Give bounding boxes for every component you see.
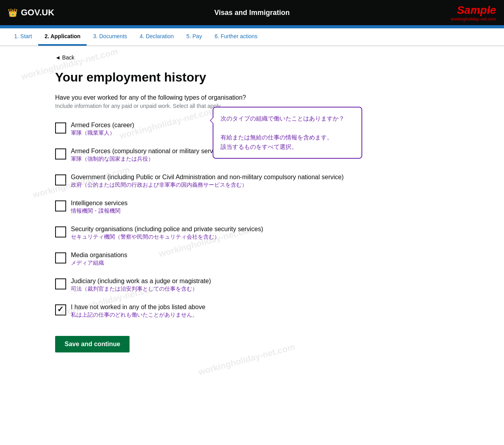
main-content: ◄ Back Your employment history Have you … bbox=[0, 46, 378, 376]
back-link[interactable]: ◄ Back bbox=[55, 54, 74, 61]
checkbox-item-none: I have not worked in any of the jobs lis… bbox=[55, 304, 362, 319]
header-sample: Sample workingholiday-net.com bbox=[450, 4, 496, 21]
sample-label: Sample bbox=[450, 4, 496, 17]
tooltip-bubble: 次のタイプの組織で働いたことはありますか？ 有給または無給の仕事の情報を含めます… bbox=[213, 107, 362, 159]
question-label: Have you ever worked for any of the foll… bbox=[55, 94, 362, 101]
checkbox-armed-forces-compulsory-en: Armed Forces (compulsory national or mil… bbox=[71, 148, 223, 155]
checkbox-item-security: Security organisations (including police… bbox=[55, 226, 362, 241]
checkbox-armed-forces-career[interactable] bbox=[55, 122, 66, 134]
tab-start[interactable]: 1. Start bbox=[8, 28, 38, 46]
blue-bar bbox=[0, 25, 504, 28]
checkbox-government[interactable] bbox=[55, 174, 66, 185]
checkbox-armed-forces-compulsory-ja: 軍隊（強制的な国家または兵役） bbox=[71, 156, 223, 163]
tab-pay[interactable]: 5. Pay bbox=[180, 28, 208, 46]
checkbox-item-judiciary: Judiciary (including work as a judge or … bbox=[55, 278, 362, 293]
page-title: Your employment history bbox=[55, 70, 362, 85]
checkbox-item-intelligence: Intelligence services 情報機関・諜報機関 bbox=[55, 200, 362, 215]
header-watermark-url: workingholiday-net.com bbox=[450, 17, 496, 21]
checkbox-media-en: Media organisations bbox=[71, 252, 127, 259]
save-continue-button[interactable]: Save and continue bbox=[55, 336, 130, 352]
back-arrow-icon: ◄ bbox=[55, 54, 61, 61]
checkbox-judiciary-en: Judiciary (including work as a judge or … bbox=[71, 278, 211, 285]
tooltip-line3: 該当するものをすべて選択。 bbox=[220, 142, 354, 152]
checkbox-judiciary[interactable] bbox=[55, 278, 66, 289]
checkbox-armed-forces-compulsory[interactable] bbox=[55, 148, 66, 159]
checkbox-government-en: Government (including Public or Civil Ad… bbox=[71, 174, 344, 181]
checkbox-intelligence-ja: 情報機関・諜報機関 bbox=[71, 208, 128, 215]
checkbox-armed-forces-career-ja: 軍隊（職業軍人） bbox=[71, 130, 134, 137]
nav-tabs: 1. Start 2. Application 3. Documents 4. … bbox=[0, 28, 504, 46]
checkbox-security[interactable] bbox=[55, 226, 66, 237]
checkbox-intelligence-en: Intelligence services bbox=[71, 200, 128, 207]
checkbox-government-ja: 政府（公的または民間の行政および非軍事の国内義務サービスを含む） bbox=[71, 182, 344, 189]
checkbox-none-ja: 私は上記の仕事のどれも働いたことがありません。 bbox=[71, 312, 206, 319]
logo-text: GOV.UK bbox=[21, 7, 54, 18]
tab-application[interactable]: 2. Application bbox=[38, 28, 87, 46]
tab-further-actions[interactable]: 6. Further actions bbox=[208, 28, 264, 46]
checkbox-security-en: Security organisations (including police… bbox=[71, 226, 263, 233]
checkbox-judiciary-ja: 司法（裁判官または治安判事としての仕事を含む） bbox=[71, 286, 211, 293]
checkbox-none[interactable] bbox=[55, 304, 66, 315]
checkbox-intelligence[interactable] bbox=[55, 200, 66, 211]
checkbox-security-ja: セキュリティ機関（警察や民間のセキュリティ会社を含む） bbox=[71, 234, 263, 241]
checkbox-media[interactable] bbox=[55, 252, 66, 263]
checkbox-none-en: I have not worked in any of the jobs lis… bbox=[71, 304, 206, 311]
checkbox-item-government: Government (including Public or Civil Ad… bbox=[55, 174, 362, 189]
checkbox-media-ja: メディア組織 bbox=[71, 260, 127, 267]
checkbox-item-media: Media organisations メディア組織 bbox=[55, 252, 362, 267]
tab-documents[interactable]: 3. Documents bbox=[87, 28, 133, 46]
tooltip-line2: 有給または無給の仕事の情報を含めます。 bbox=[220, 133, 354, 142]
back-link-label: Back bbox=[62, 54, 74, 61]
tab-declaration[interactable]: 4. Declaration bbox=[133, 28, 180, 46]
gov-logo: 👑 GOV.UK bbox=[8, 7, 54, 18]
checkbox-armed-forces-career-en: Armed Forces (career) bbox=[71, 122, 134, 129]
header: 👑 GOV.UK Visas and Immigration Sample wo… bbox=[0, 0, 504, 25]
crown-icon: 👑 bbox=[8, 8, 18, 17]
tooltip-line1: 次のタイプの組織で働いたことはありますか？ bbox=[220, 114, 354, 123]
header-title: Visas and Immigration bbox=[214, 9, 290, 17]
